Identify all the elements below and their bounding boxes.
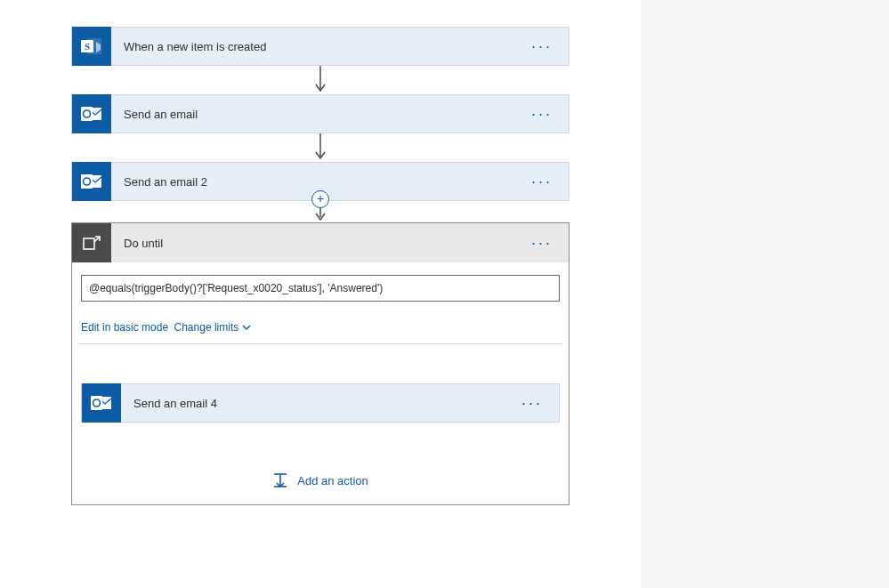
chevron-down-icon	[242, 323, 251, 332]
step-title: Send an email	[111, 108, 515, 121]
outlook-icon	[72, 94, 111, 133]
outlook-icon	[82, 383, 121, 423]
flow-column: S When a new item is created ··· Send an…	[71, 0, 570, 505]
add-action-label: Add an action	[297, 474, 368, 487]
expression-input[interactable]	[81, 275, 560, 302]
outlook-icon	[72, 162, 111, 201]
svg-line-13	[94, 237, 100, 242]
step-menu-button[interactable]: ···	[515, 234, 569, 253]
connector-arrow	[71, 66, 570, 94]
change-limits-toggle[interactable]: Change limits	[174, 321, 252, 334]
action-card-send-email[interactable]: Send an email ···	[71, 94, 570, 133]
step-menu-button[interactable]: ···	[515, 173, 569, 191]
step-menu-button[interactable]: ···	[515, 105, 569, 124]
inner-steps: Send an email 4 ···	[79, 344, 562, 423]
add-action-button[interactable]: Add an action	[272, 472, 368, 488]
step-menu-button[interactable]: ···	[515, 37, 569, 56]
insert-action-icon	[272, 472, 288, 488]
add-action-row: Add an action	[79, 472, 562, 488]
trigger-card-new-item[interactable]: S When a new item is created ···	[71, 27, 570, 66]
connector-arrow-with-add: +	[71, 201, 570, 222]
change-limits-label: Change limits	[174, 321, 239, 334]
container-body: Edit in basic mode Change limits	[72, 262, 569, 504]
add-step-button[interactable]: +	[311, 190, 329, 208]
loop-icon	[72, 223, 111, 262]
edit-basic-mode-link[interactable]: Edit in basic mode	[81, 321, 168, 334]
container-title: Do until	[111, 237, 515, 250]
do-until-container: Do until ··· Edit in basic mode Change l…	[71, 222, 570, 505]
step-title: When a new item is created	[111, 40, 515, 53]
step-title: Send an email 2	[111, 175, 515, 189]
step-menu-button[interactable]: ···	[505, 394, 559, 413]
sharepoint-icon: S	[72, 27, 111, 66]
container-header[interactable]: Do until ···	[72, 223, 569, 262]
svg-rect-12	[84, 238, 94, 249]
connector-arrow	[71, 133, 570, 162]
action-card-send-email-4[interactable]: Send an email 4 ···	[81, 383, 560, 423]
flow-canvas: S When a new item is created ··· Send an…	[0, 0, 641, 588]
step-title: Send an email 4	[121, 397, 505, 410]
svg-text:S: S	[85, 41, 90, 52]
